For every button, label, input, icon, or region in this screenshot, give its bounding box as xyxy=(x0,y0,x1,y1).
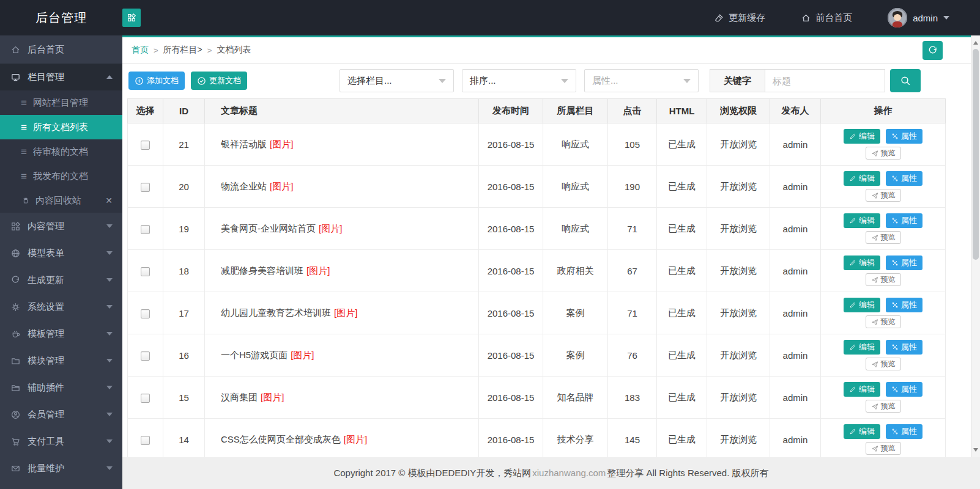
sidebar-item-site-columns[interactable]: ≡ 网站栏目管理 xyxy=(0,90,122,115)
preview-button[interactable]: 预览 xyxy=(866,315,901,328)
preview-button[interactable]: 预览 xyxy=(866,358,901,370)
footer-site-link[interactable]: xiuzhanwang.com xyxy=(532,468,606,478)
sidebar-item-template-management[interactable]: 模板管理 xyxy=(0,320,122,347)
attributes-button[interactable]: 属性 xyxy=(886,171,922,186)
row-clicks: 183 xyxy=(608,377,657,419)
refresh-cache-link[interactable]: 更新缓存 xyxy=(714,12,765,24)
preview-button[interactable]: 预览 xyxy=(866,400,901,413)
grid-icon xyxy=(10,221,21,232)
document-title-link[interactable]: 幼儿园儿童教育艺术培训班 xyxy=(221,307,331,318)
attributes-button[interactable]: 属性 xyxy=(886,298,922,312)
edit-button[interactable]: 编辑 xyxy=(844,340,880,355)
tools-icon xyxy=(891,344,899,351)
row-category: 知名品牌 xyxy=(543,377,608,419)
app-title: 后台管理 xyxy=(0,10,122,26)
documents-table: 选择 ID 文章标题 发布时间 所属栏目 点击 HTML 浏览权限 发布人 操作… xyxy=(127,98,946,461)
paper-plane-icon xyxy=(871,192,878,199)
attributes-button[interactable]: 属性 xyxy=(886,424,922,439)
sort-select[interactable]: 排序... xyxy=(462,69,576,92)
column-header-select: 选择 xyxy=(128,99,163,123)
search-button[interactable] xyxy=(890,69,921,92)
document-title-link[interactable]: 一个H5游戏页面 xyxy=(221,350,288,360)
attributes-button[interactable]: 属性 xyxy=(886,256,922,270)
preview-button[interactable]: 预览 xyxy=(866,147,901,160)
row-checkbox[interactable] xyxy=(141,267,150,276)
edit-button[interactable]: 编辑 xyxy=(844,424,880,439)
edit-button[interactable]: 编辑 xyxy=(844,298,880,312)
front-home-link[interactable]: 前台首页 xyxy=(801,12,852,24)
attributes-button[interactable]: 属性 xyxy=(886,382,922,397)
edit-button[interactable]: 编辑 xyxy=(844,129,880,144)
user-menu[interactable]: admin xyxy=(888,8,949,28)
edit-button[interactable]: 编辑 xyxy=(844,382,880,397)
breadcrumb-document-list: 文档列表 xyxy=(217,45,251,56)
add-document-button[interactable]: 添加文档 xyxy=(128,72,185,90)
row-id: 16 xyxy=(163,334,205,377)
attributes-button[interactable]: 属性 xyxy=(886,340,922,355)
attributes-button[interactable]: 属性 xyxy=(886,129,922,144)
sidebar-item-backend-home[interactable]: 后台首页 xyxy=(0,35,122,64)
document-title-link[interactable]: 减肥修身美容培训班 xyxy=(221,265,303,276)
image-tag: [图片] xyxy=(270,139,293,149)
preview-button[interactable]: 预览 xyxy=(866,273,901,286)
paper-plane-icon xyxy=(871,318,878,326)
sidebar-item-generate-update[interactable]: 生成更新 xyxy=(0,267,122,293)
edit-button[interactable]: 编辑 xyxy=(844,256,880,270)
update-document-button[interactable]: 更新文档 xyxy=(191,72,247,90)
row-checkbox[interactable] xyxy=(141,309,150,318)
row-html-status: 已生成 xyxy=(657,208,707,250)
keyword-input[interactable] xyxy=(765,69,885,92)
document-title-link[interactable]: 物流企业站 xyxy=(221,181,267,191)
scroll-up-arrow[interactable] xyxy=(973,39,978,45)
sidebar-item-all-documents[interactable]: ≡ 所有文档列表 xyxy=(0,115,122,139)
sidebar-item-payment-tools[interactable]: 支付工具 xyxy=(0,428,122,455)
menu-grid-button[interactable] xyxy=(122,9,141,27)
document-title-link[interactable]: CSS怎么使网页全部变成灰色 xyxy=(221,434,341,444)
document-title-link[interactable]: 银祥活动版 xyxy=(221,139,267,149)
table-row: 14 CSS怎么使网页全部变成灰色[图片] 2016-08-15 技术分享 14… xyxy=(128,419,946,461)
preview-button[interactable]: 预览 xyxy=(866,231,901,244)
sidebar-item-auxiliary-plugins[interactable]: 辅助插件 xyxy=(0,374,122,401)
scroll-down-arrow[interactable] xyxy=(973,448,978,454)
document-title-link[interactable]: 美食网页-企业网站首页 xyxy=(221,223,316,233)
scrollbar-thumb[interactable] xyxy=(973,49,979,260)
edit-button[interactable]: 编辑 xyxy=(844,213,880,228)
sidebar-item-member-management[interactable]: 会员管理 xyxy=(0,401,122,428)
breadcrumb-home[interactable]: 首页 xyxy=(132,45,149,56)
tools-icon xyxy=(891,428,899,435)
sidebar-item-pending-documents[interactable]: ≡ 待审核的文档 xyxy=(0,139,122,164)
category-select[interactable]: 选择栏目... xyxy=(340,69,454,92)
sidebar-item-batch-maintenance[interactable]: 批量维护 xyxy=(0,455,122,482)
refresh-page-button[interactable] xyxy=(922,41,943,60)
row-html-status: 已生成 xyxy=(657,377,707,419)
footer: Copyright 2017 © 模板由DEDEDIY开发，秀站网xiuzhan… xyxy=(122,457,980,489)
table-row: 15 汉商集团[图片] 2016-08-15 知名品牌 183 已生成 开放浏览… xyxy=(128,377,946,419)
sidebar-item-content-management[interactable]: 内容管理 xyxy=(0,213,122,240)
image-tag: [图片] xyxy=(291,350,314,360)
row-date: 2016-08-15 xyxy=(479,250,543,292)
mail-icon xyxy=(10,463,21,474)
row-checkbox[interactable] xyxy=(141,183,150,192)
sidebar-item-my-documents[interactable]: ≡ 我发布的文档 xyxy=(0,164,122,188)
row-checkbox[interactable] xyxy=(141,141,150,150)
close-icon[interactable]: ✕ xyxy=(105,196,113,205)
row-checkbox[interactable] xyxy=(141,225,150,234)
row-checkbox[interactable] xyxy=(141,351,150,361)
row-checkbox[interactable] xyxy=(141,436,150,445)
edit-button[interactable]: 编辑 xyxy=(844,171,880,186)
row-checkbox[interactable] xyxy=(141,394,150,403)
preview-button[interactable]: 预览 xyxy=(866,189,901,202)
sidebar-item-recycle-bin[interactable]: 内容回收站 ✕ xyxy=(0,188,122,213)
vertical-scrollbar[interactable] xyxy=(971,35,980,457)
attributes-button[interactable]: 属性 xyxy=(886,213,922,228)
attribute-select[interactable]: 属性... xyxy=(584,69,699,92)
table-row: 21 银祥活动版[图片] 2016-08-15 响应式 105 已生成 开放浏览… xyxy=(128,123,946,166)
sidebar-item-model-forms[interactable]: 模型表单 xyxy=(0,240,122,267)
row-author: admin xyxy=(770,208,821,250)
document-title-link[interactable]: 汉商集团 xyxy=(221,392,258,402)
sidebar-item-module-management[interactable]: 模块管理 xyxy=(0,347,122,374)
preview-button[interactable]: 预览 xyxy=(866,442,901,455)
breadcrumb-all-columns[interactable]: 所有栏目> xyxy=(163,45,202,56)
sidebar-item-column-management[interactable]: 栏目管理 xyxy=(0,64,122,90)
sidebar-item-system-settings[interactable]: 系统设置 xyxy=(0,293,122,320)
